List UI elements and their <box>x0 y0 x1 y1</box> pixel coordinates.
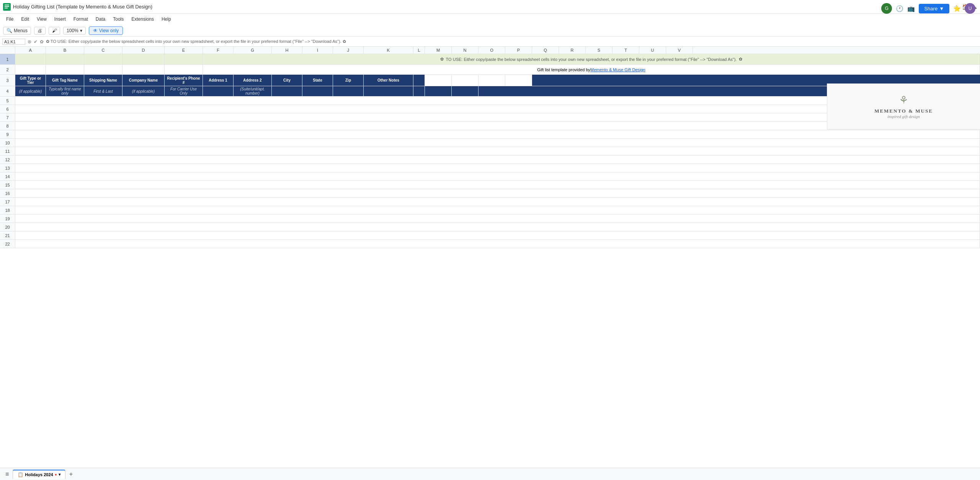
menu-view[interactable]: View <box>34 16 50 23</box>
row-16[interactable]: 16 <box>0 189 980 198</box>
cell-e2[interactable] <box>165 65 203 74</box>
menu-data[interactable]: Data <box>93 16 108 23</box>
cell-h3[interactable]: City <box>272 75 302 86</box>
cell-b4[interactable]: Typically first name only <box>46 86 84 96</box>
cell-row18[interactable] <box>15 206 980 214</box>
col-header-g[interactable]: G <box>234 47 272 54</box>
bookmark-icon[interactable]: ⭐ <box>953 5 961 12</box>
cell-c3[interactable]: Shipping Name <box>84 75 122 86</box>
cell-d2[interactable] <box>122 65 165 74</box>
cell-j4[interactable] <box>333 86 364 96</box>
view-only-button[interactable]: 👁 View only <box>89 26 123 35</box>
cell-g4[interactable]: (Suite/unit/apt. number) <box>234 86 272 96</box>
cell-row17[interactable] <box>15 198 980 206</box>
cell-row22[interactable] <box>15 240 980 248</box>
cell-m4[interactable] <box>425 86 452 96</box>
cell-row19[interactable] <box>15 215 980 223</box>
col-header-k[interactable]: K <box>364 47 413 54</box>
menu-extensions[interactable]: Extensions <box>128 16 157 23</box>
menu-help[interactable]: Help <box>158 16 174 23</box>
row-12[interactable]: 12 <box>0 156 980 164</box>
share-button[interactable]: Share ▼ <box>919 4 949 13</box>
row-11[interactable]: 11 <box>0 147 980 156</box>
row-19[interactable]: 19 <box>0 215 980 223</box>
cell-reference-input[interactable] <box>2 39 25 45</box>
cell-i4[interactable] <box>302 86 333 96</box>
row-14[interactable]: 14 <box>0 172 980 181</box>
zoom-control[interactable]: 100% ▾ <box>63 27 86 34</box>
col-header-u[interactable]: U <box>639 47 666 54</box>
cell-row10[interactable] <box>15 139 980 147</box>
cell-a1[interactable] <box>15 54 46 64</box>
cell-f3[interactable]: Address 1 <box>203 75 234 86</box>
user-avatar-2[interactable]: U <box>965 3 975 14</box>
cell-l4[interactable] <box>413 86 425 96</box>
cell-row21[interactable] <box>15 231 980 239</box>
cell-a2[interactable] <box>15 65 46 74</box>
menu-insert[interactable]: Insert <box>51 16 69 23</box>
row-17[interactable]: 17 <box>0 198 980 206</box>
row-22[interactable]: 22 <box>0 240 980 248</box>
history-icon[interactable]: 🕐 <box>896 5 903 12</box>
cell-m3[interactable] <box>425 75 452 86</box>
col-header-c[interactable]: C <box>84 47 122 54</box>
cell-c4[interactable]: First & Last <box>84 86 122 96</box>
row-20[interactable]: 20 <box>0 223 980 231</box>
cell-row12[interactable] <box>15 156 980 164</box>
cell-n3[interactable] <box>452 75 479 86</box>
cell-f4[interactable] <box>203 86 234 96</box>
cell-row20[interactable] <box>15 223 980 231</box>
row-10[interactable]: 10 <box>0 139 980 147</box>
cast-icon[interactable]: 📺 <box>907 5 915 12</box>
print-button[interactable]: 🖨 <box>34 27 46 34</box>
add-sheet-button[interactable]: + <box>67 470 75 478</box>
col-header-t[interactable]: T <box>612 47 639 54</box>
cell-a4[interactable]: (if applicable) <box>15 86 46 96</box>
menus-button[interactable]: 🔍 Menus <box>3 27 31 34</box>
cell-row9[interactable] <box>15 130 980 138</box>
row-9[interactable]: 9 <box>0 130 980 139</box>
cell-d1[interactable] <box>122 54 165 64</box>
col-header-p[interactable]: P <box>505 47 532 54</box>
menu-edit[interactable]: Edit <box>18 16 32 23</box>
col-header-a[interactable]: A <box>15 47 46 54</box>
cell-j3[interactable]: Zip <box>333 75 364 86</box>
cell-d3[interactable]: Company Name <box>122 75 165 86</box>
row-21[interactable]: 21 <box>0 231 980 240</box>
col-header-e[interactable]: E <box>165 47 203 54</box>
col-header-m[interactable]: M <box>425 47 452 54</box>
row-18[interactable]: 18 <box>0 206 980 215</box>
cell-k3[interactable]: Other Notes <box>364 75 413 86</box>
col-header-i[interactable]: I <box>302 47 333 54</box>
col-header-r[interactable]: R <box>559 47 586 54</box>
cell-row16[interactable] <box>15 189 980 197</box>
template-link[interactable]: Memento & Muse Gift Design <box>590 67 645 72</box>
cell-b3[interactable]: Gift Tag Name <box>46 75 84 86</box>
cell-d4[interactable]: (if applicable) <box>122 86 165 96</box>
col-header-d[interactable]: D <box>122 47 165 54</box>
col-header-o[interactable]: O <box>479 47 505 54</box>
cell-l3[interactable] <box>413 75 425 86</box>
cell-g3[interactable]: Address 2 <box>234 75 272 86</box>
row-13[interactable]: 13 <box>0 164 980 172</box>
col-header-l[interactable]: L <box>413 47 425 54</box>
menu-format[interactable]: Format <box>70 16 91 23</box>
user-avatar[interactable]: G <box>881 3 892 14</box>
cell-k4[interactable] <box>364 86 413 96</box>
cell-e4[interactable]: For Carrier Use Only <box>165 86 203 96</box>
cell-i3[interactable]: State <box>302 75 333 86</box>
menu-file[interactable]: File <box>3 16 16 23</box>
paint-format-button[interactable]: 🖌 <box>49 27 60 34</box>
cell-a3[interactable]: Gift Type or Tier <box>15 75 46 86</box>
col-header-s[interactable]: S <box>586 47 612 54</box>
cell-n4[interactable] <box>452 86 479 96</box>
cell-e1[interactable] <box>165 54 203 64</box>
cell-c1[interactable] <box>84 54 122 64</box>
cell-row15[interactable] <box>15 181 980 189</box>
cell-row11[interactable] <box>15 147 980 155</box>
row-2[interactable]: 2 Gift list template provided by Memento… <box>0 65 980 75</box>
cell-b2[interactable] <box>46 65 84 74</box>
cell-p3[interactable] <box>505 75 532 86</box>
col-header-b[interactable]: B <box>46 47 84 54</box>
menu-tools[interactable]: Tools <box>110 16 127 23</box>
